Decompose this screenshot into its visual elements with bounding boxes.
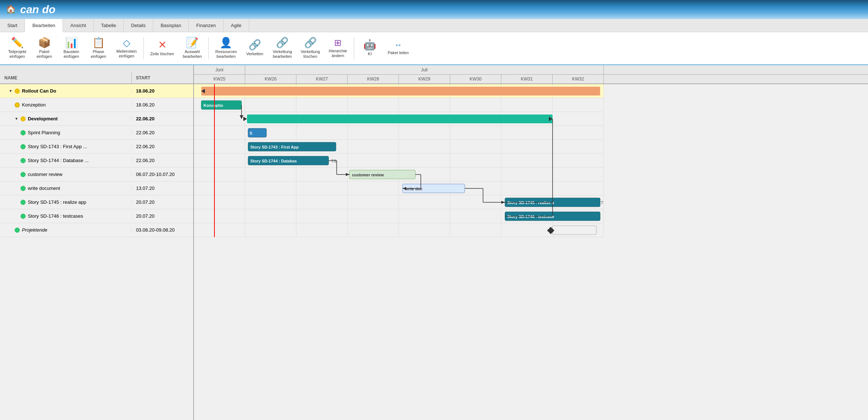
phase-icon: 📋 — [92, 38, 105, 48]
col-name-header: NAME — [0, 72, 131, 83]
menu-bar: Start Bearbeiten Ansicht Tabelle Details… — [0, 19, 868, 32]
task-row[interactable]: Story SD-1744 : Database ... 22.06.20 — [0, 154, 193, 168]
toolbar-auswahl[interactable]: 📝 Auswahlbearbeiten — [179, 36, 205, 60]
baustein-icon: 📊 — [65, 38, 78, 48]
toolbar-zeile-loeschen[interactable]: ✕ Zeile löschen — [147, 38, 178, 58]
task-start-cell: 03.08.20-09.08.20 — [131, 227, 193, 233]
meilenstein-label: Meilensteineinfügen — [116, 49, 137, 59]
task-dot — [20, 214, 26, 219]
ki-label: KI — [368, 52, 371, 56]
gantt-row-5 — [194, 140, 604, 154]
task-dot — [20, 200, 26, 205]
teilprojekt-label: Teilprojekteinfügen — [8, 49, 26, 59]
paket-label: Paketeinfügen — [37, 49, 52, 59]
task-name: Story SD-1744 : Database ... — [28, 158, 89, 163]
task-row[interactable]: Sprint Planning 22.06.20 — [0, 126, 193, 140]
zeile-loeschen-label: Zeile löschen — [150, 52, 174, 56]
task-dot — [20, 116, 26, 121]
toolbar-verketten[interactable]: 🔗 Verketten — [242, 38, 267, 58]
task-row[interactable]: Story SD-1746 : testcases 20.07.20 — [0, 209, 193, 223]
gantt-row-1 — [194, 84, 604, 98]
task-row[interactable]: ▼ Rollout Can Do 18.06.20 — [0, 84, 193, 98]
gantt-area[interactable]: Juni Juli KW25 KW26 KW27 KW28 KW29 KW30 … — [194, 65, 868, 420]
task-row[interactable]: customer review 06.07.20-10.07.20 — [0, 168, 193, 181]
task-start-cell: 13.07.20 — [131, 185, 193, 191]
task-name: Sprint Planning — [28, 130, 60, 135]
gantt-month-juni: Juni — [194, 65, 245, 74]
task-row[interactable]: Projektende 03.08.20-09.08.20 — [0, 223, 193, 237]
main-content: NAME START ▼ Rollout Can Do 18.06.20 Kon… — [0, 65, 868, 420]
task-name: Story SD-1746 : testcases — [28, 213, 83, 219]
task-list-header: NAME START — [0, 65, 193, 84]
task-dot — [20, 144, 26, 149]
toolbar-meilenstein[interactable]: ◇ Meilensteineinfügen — [113, 37, 141, 60]
gantt-week-kw30: KW30 — [450, 75, 501, 83]
menu-details[interactable]: Details — [124, 19, 153, 32]
toolbar-verkettung-bearbeiten[interactable]: 🔗 Verkettungbearbeiten — [269, 36, 296, 60]
gantt-row-3 — [194, 112, 604, 126]
toolbar-hierarchie[interactable]: ⊞ Hierarchieändern — [325, 37, 351, 60]
task-row[interactable]: Konzeption 18.06.20 — [0, 98, 193, 112]
menu-bearbeiten[interactable]: Bearbeiten — [25, 19, 63, 32]
teilprojekt-icon: ✏️ — [11, 38, 24, 48]
task-name: Story SD-1745 : realize app — [28, 199, 86, 205]
gantt-week-kw26: KW26 — [245, 75, 296, 83]
menu-ansicht[interactable]: Ansicht — [63, 19, 94, 32]
verkettung-loeschen-label: Verkettunglöschen — [301, 49, 320, 59]
task-row[interactable]: ▼ Development 22.06.20 — [0, 112, 193, 126]
verketten-icon: 🔗 — [248, 40, 261, 50]
toolbar-ki[interactable]: 🤖 KI — [357, 38, 383, 58]
task-start-cell: 18.06.20 — [131, 88, 193, 94]
gantt-row-2 — [194, 98, 604, 112]
toolbar-paket-teilen[interactable]: ↔ Paket teilen — [384, 40, 412, 57]
paket-teilen-label: Paket teilen — [388, 50, 409, 55]
ressourcen-icon: 👤 — [220, 38, 232, 48]
home-icon[interactable]: 🏠 — [6, 5, 16, 14]
task-dot — [15, 102, 20, 108]
task-start-cell: 22.06.20 — [131, 144, 193, 149]
toolbar-verkettung-loeschen[interactable]: 🔗 Verkettunglöschen — [297, 36, 324, 60]
collapse-triangle[interactable]: ▼ — [9, 89, 12, 93]
phase-label: Phaseeinfügen — [91, 49, 106, 59]
ki-icon: 🤖 — [363, 40, 376, 50]
collapse-triangle[interactable]: ▼ — [15, 117, 18, 121]
separator-1 — [143, 37, 144, 59]
menu-finanzen[interactable]: Finanzen — [189, 19, 223, 32]
gantt-row-6 — [194, 154, 604, 168]
task-dot — [20, 130, 26, 135]
menu-start[interactable]: Start — [0, 19, 25, 32]
task-row[interactable]: write document 13.07.20 — [0, 181, 193, 195]
task-row[interactable]: Story SD-1745 : realize app 20.07.20 — [0, 195, 193, 209]
task-dot — [20, 158, 26, 163]
gantt-row-11 — [194, 223, 604, 237]
toolbar-phase[interactable]: 📋 Phaseeinfügen — [86, 36, 111, 60]
auswahl-icon: 📝 — [186, 38, 199, 48]
task-name-cell: customer review — [0, 172, 131, 177]
gantt-week-kw31: KW31 — [501, 75, 553, 83]
gantt-row-7 — [194, 168, 604, 181]
menu-agile[interactable]: Agile — [224, 19, 249, 32]
toolbar-teilprojekt[interactable]: ✏️ Teilprojekteinfügen — [4, 36, 30, 60]
paket-icon: 📦 — [38, 38, 51, 48]
task-name: Story SD-1743 : First App ... — [28, 144, 87, 149]
gantt-month-juli: Juli — [245, 65, 604, 74]
task-dot — [20, 172, 26, 177]
task-name-cell: write document — [0, 185, 131, 191]
zeile-loeschen-icon: ✕ — [158, 40, 167, 50]
menu-basisplan[interactable]: Basisplan — [153, 19, 189, 32]
toolbar-paket[interactable]: 📦 Paketeinfügen — [31, 36, 57, 60]
toolbar-ressourcen[interactable]: 👤 Ressourcenbearbeiten — [212, 36, 240, 60]
gantt-week-kw27: KW27 — [296, 75, 348, 83]
verkettung-loeschen-icon: 🔗 — [304, 38, 317, 48]
task-name-cell: Story SD-1745 : realize app — [0, 199, 131, 205]
toolbar-baustein[interactable]: 📊 Bausteineinfügen — [59, 36, 84, 60]
task-start-cell: 22.06.20 — [131, 130, 193, 135]
gantt-row-10 — [194, 209, 604, 223]
gantt-header: Juni Juli KW25 KW26 KW27 KW28 KW29 KW30 … — [194, 65, 868, 84]
task-row[interactable]: Story SD-1743 : First App ... 22.06.20 — [0, 140, 193, 154]
menu-tabelle[interactable]: Tabelle — [94, 19, 124, 32]
task-name-cell: Sprint Planning — [0, 130, 131, 135]
gantt-row-8 — [194, 181, 604, 195]
task-name-cell: Story SD-1743 : First App ... — [0, 144, 131, 149]
baustein-label: Bausteineinfügen — [64, 49, 79, 59]
